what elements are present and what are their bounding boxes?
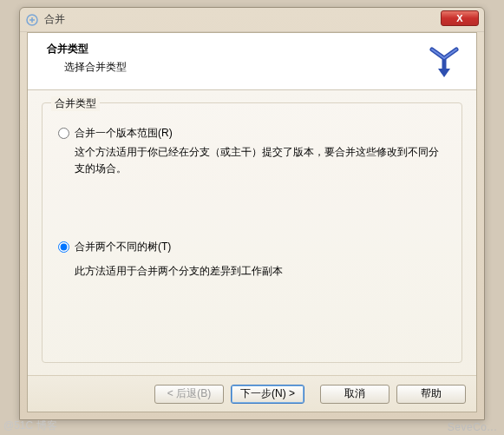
group-legend: 合并类型 bbox=[51, 96, 100, 111]
radio-merge-range[interactable] bbox=[58, 128, 69, 139]
radio-merge-trees-desc: 此方法适用于合并两个分支的差异到工作副本 bbox=[75, 263, 446, 280]
watermark-left: @51C 博客 bbox=[3, 419, 57, 433]
close-button[interactable]: X bbox=[441, 10, 479, 26]
next-button[interactable]: 下一步(N) > bbox=[231, 385, 304, 404]
button-bar: < 后退(B) 下一步(N) > 取消 帮助 bbox=[28, 375, 476, 412]
radio-row-trees[interactable]: 合并两个不同的树(T) bbox=[58, 240, 446, 254]
header-text-block: 合并类型 选择合并类型 bbox=[47, 42, 424, 75]
close-icon: X bbox=[456, 13, 462, 23]
cancel-button[interactable]: 取消 bbox=[320, 385, 389, 404]
app-icon bbox=[25, 13, 39, 27]
page-title: 合并类型 bbox=[47, 42, 424, 56]
window-title: 合并 bbox=[44, 12, 441, 27]
radio-merge-trees[interactable] bbox=[58, 241, 69, 253]
back-button: < 后退(B) bbox=[154, 385, 224, 404]
wizard-header: 合并类型 选择合并类型 bbox=[28, 33, 476, 90]
help-button[interactable]: 帮助 bbox=[396, 385, 466, 404]
titlebar[interactable]: 合并 X bbox=[20, 8, 484, 32]
content-area: 合并类型 合并一个版本范围(R) 这个方法适用于你已经在分支（或主干）提交了版本… bbox=[28, 90, 476, 375]
merge-icon bbox=[424, 43, 464, 83]
radio-merge-range-desc: 这个方法适用于你已经在分支（或主干）提交了版本，要合并这些修改到不同分支的场合。 bbox=[75, 144, 446, 177]
page-subtitle: 选择合并类型 bbox=[47, 60, 424, 75]
client-area: 合并类型 选择合并类型 合并类型 合并一个版本范围(R) 这个方法适用 bbox=[27, 32, 477, 412]
merge-type-group: 合并类型 合并一个版本范围(R) 这个方法适用于你已经在分支（或主干）提交了版本… bbox=[42, 102, 462, 363]
radio-row-range[interactable]: 合并一个版本范围(R) bbox=[58, 126, 446, 141]
radio-merge-range-label[interactable]: 合并一个版本范围(R) bbox=[75, 126, 173, 141]
watermark-right: SeveCo... bbox=[448, 421, 497, 433]
radio-merge-trees-label[interactable]: 合并两个不同的树(T) bbox=[75, 240, 171, 254]
dialog-window: 合并 X 合并类型 选择合并类型 合并类型 bbox=[19, 7, 485, 420]
